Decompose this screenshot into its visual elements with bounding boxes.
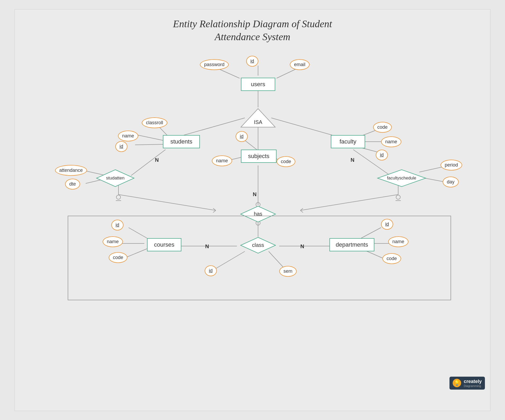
svg-line-1 — [217, 68, 240, 78]
has-label: has — [254, 211, 262, 217]
svg-line-31 — [300, 210, 303, 213]
diamond-studatten: studatten — [95, 169, 135, 188]
svg-line-24 — [213, 208, 216, 210]
attr-period: period — [440, 160, 462, 170]
creately-text: creately Diagramming — [464, 379, 482, 387]
attr-id-subjects: id — [236, 131, 248, 142]
attr-name-subjects: name — [212, 155, 232, 166]
title-line1: Entity Relationship Diagram of Student — [173, 18, 332, 29]
isa-triangle: ISA — [240, 107, 277, 128]
attr-password: password — [200, 59, 229, 70]
svg-line-7 — [138, 135, 163, 140]
svg-point-32 — [396, 195, 400, 199]
studatten-label: studatten — [106, 176, 125, 181]
svg-line-29 — [300, 195, 398, 210]
entity-users: users — [241, 78, 275, 91]
diamond-facultyschedule: facultyschedule — [377, 169, 427, 188]
svg-line-16 — [131, 150, 166, 176]
attr-classroll: classroll — [142, 117, 167, 128]
entity-subjects: subjects — [241, 150, 277, 163]
attr-id-users: id — [246, 56, 258, 67]
svg-line-9 — [135, 144, 163, 145]
mult-n-studatten-students: N — [155, 157, 159, 163]
attr-name-faculty: name — [381, 136, 401, 147]
svg-line-30 — [300, 208, 303, 210]
svg-line-25 — [213, 210, 216, 213]
isa-label: ISA — [254, 119, 262, 125]
attr-day: day — [443, 177, 459, 187]
attr-code-faculty: code — [373, 122, 392, 133]
creately-logo: 💡 creately Diagramming — [449, 377, 485, 390]
creately-name: creately — [464, 379, 482, 384]
attr-code-subjects: code — [277, 156, 295, 167]
attr-attendance: attendance — [55, 165, 87, 176]
facultyschedule-label: facultyschedule — [387, 176, 416, 181]
attr-email: email — [290, 59, 310, 70]
mult-n-subjects-has: N — [253, 191, 256, 197]
isa-shape — [240, 107, 277, 128]
svg-point-26 — [116, 195, 121, 199]
svg-line-13 — [245, 140, 257, 150]
main-container: Entity Relationship Diagram of Student A… — [15, 9, 490, 411]
creately-sub: Diagramming — [464, 384, 482, 387]
attr-name-students: name — [118, 131, 138, 141]
entity-students: students — [163, 135, 200, 148]
svg-line-2 — [277, 68, 298, 78]
diagram-area: users students faculty subjects courses … — [15, 47, 490, 395]
mult-n-facultyschedule-faculty: N — [351, 157, 354, 163]
svg-line-23 — [118, 195, 216, 210]
diagram-title: Entity Relationship Diagram of Student A… — [15, 10, 490, 44]
entity-faculty: faculty — [331, 135, 365, 148]
class-label: class — [252, 242, 264, 248]
creately-bulb-icon: 💡 — [453, 379, 461, 387]
svg-line-6 — [271, 118, 332, 135]
title-line2: Attendance System — [215, 31, 290, 42]
attr-id-faculty: id — [376, 150, 388, 160]
attr-dte: dte — [65, 179, 80, 190]
attr-id-students: id — [115, 141, 127, 152]
svg-line-4 — [184, 118, 245, 135]
inner-box — [68, 216, 451, 300]
